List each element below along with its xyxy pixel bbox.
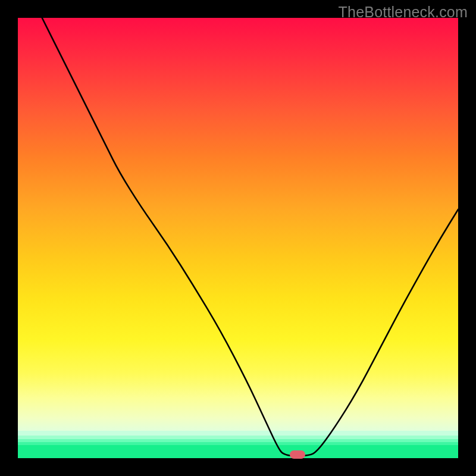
optimal-marker (290, 450, 305, 459)
background-gradient (18, 18, 458, 431)
background-gradient-band (18, 431, 458, 436)
chart-frame (18, 18, 458, 458)
background-gradient-band (18, 445, 458, 458)
plot-area (18, 18, 458, 458)
